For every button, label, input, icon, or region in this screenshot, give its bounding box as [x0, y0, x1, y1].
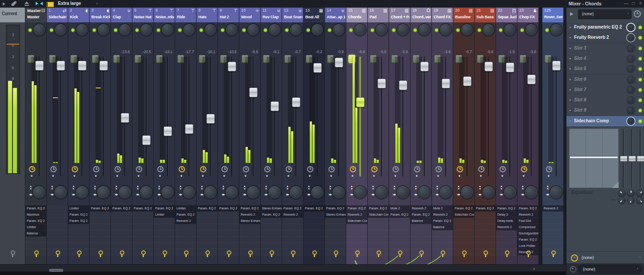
eq-knob[interactable] [628, 197, 634, 204]
plugin-slot[interactable] [25, 237, 46, 243]
fader-track[interactable] [381, 57, 382, 176]
pan-knob[interactable] [439, 186, 452, 199]
fader-track[interactable] [103, 57, 104, 176]
pan-knob[interactable] [525, 186, 537, 199]
audio-input-plug-icon[interactable] [226, 250, 231, 257]
mixer-strip-clap[interactable]: 4⊎Clap-13.8▴▾◂▸Param. EQ 2▴▲ [111, 8, 132, 264]
plugin-slot[interactable]: Param. EQ 2 [389, 212, 410, 218]
channel-knob[interactable] [162, 24, 173, 36]
plugin-slot[interactable] [197, 218, 217, 224]
plugin-slot[interactable] [389, 237, 410, 243]
channel-knob[interactable] [76, 24, 88, 36]
volume-fader-handle[interactable] [313, 63, 322, 73]
pan-knob[interactable] [183, 186, 195, 199]
plugin-slot[interactable]: Reeverb 2 [239, 212, 260, 218]
plugin-slot[interactable]: Param. EQ 2 [111, 205, 132, 212]
plugin-slot[interactable]: Reeverb 2 [346, 212, 367, 218]
slot-enable-led-icon[interactable] [639, 26, 642, 29]
stereo-separation-icon[interactable]: ▴▾ [413, 185, 418, 190]
stereo-separation-icon[interactable]: ▴▾ [392, 185, 397, 190]
plugin-slot[interactable] [218, 224, 239, 230]
plugin-slot[interactable]: Mute 2 [432, 205, 453, 212]
strip-header[interactable]: 16▥Pad [368, 8, 389, 22]
plugin-slot[interactable] [47, 224, 68, 230]
record-clock-icon[interactable] [157, 166, 164, 172]
plugin-slot[interactable]: Compressor [517, 224, 538, 230]
output-dropdown[interactable]: (none) › [578, 265, 642, 274]
plugin-slot[interactable]: Param. EQ 2 [304, 205, 324, 212]
plugin-slot[interactable]: Delay 3 [496, 212, 517, 218]
plugin-slot[interactable]: Stereo Enhancer [325, 212, 346, 218]
stereo-separation-icon[interactable]: ▴▾ [242, 185, 247, 190]
plugin-slot[interactable] [175, 224, 196, 230]
plugin-slot[interactable] [304, 212, 324, 218]
audio-input-plug-icon[interactable] [119, 250, 124, 257]
plugin-slot[interactable] [47, 237, 68, 243]
audio-input-plug-icon[interactable] [461, 250, 467, 257]
plugin-slot[interactable] [475, 224, 496, 230]
mixer-strip-chord-fx[interactable]: 19▥Chord FX-3.6▴▾◂▸Mute 2Reeverb 2Param.… [432, 8, 453, 264]
effect-slot-fruity-reeverb-2[interactable]: ▸Fruity Reeverb 2 [566, 33, 644, 43]
effect-slot-sidechain-comp[interactable]: ▸Sidechain Comp [566, 116, 644, 127]
plugin-slot[interactable]: Reeverb 2 [496, 224, 517, 230]
channel-knob[interactable] [440, 24, 451, 36]
slot-mix-knob[interactable] [627, 96, 635, 104]
plugin-slot[interactable]: Param. EQ 2 [282, 205, 303, 212]
color-swatch-icon[interactable] [46, 2, 54, 7]
pan-knob[interactable] [204, 186, 217, 199]
effect-slot-slot-6[interactable]: ▸Slot 6 [566, 75, 644, 85]
plugin-slot[interactable] [410, 243, 431, 249]
plugin-slot[interactable] [542, 243, 563, 249]
fader-track[interactable] [274, 57, 275, 176]
slot-mix-knob[interactable] [627, 107, 635, 114]
size-chevron-icon[interactable]: › [96, 1, 98, 6]
volume-fader-handle[interactable] [356, 97, 365, 107]
channel-knob[interactable] [33, 24, 45, 36]
plugin-slot[interactable] [261, 218, 282, 224]
stereo-separation-icon[interactable]: ▴▾ [49, 185, 55, 190]
record-clock-icon[interactable] [521, 166, 527, 172]
plugin-slot[interactable] [132, 230, 153, 237]
mixer-strip-kick[interactable]: 2◖Kick▴▾◂▸LimiterParam. EQ 2Param. EQ 2▴… [68, 8, 89, 264]
plugin-slot[interactable] [175, 230, 196, 237]
plugin-slot[interactable]: Love Philter [517, 243, 538, 249]
strip-header[interactable]: 1⇄Sidechain [47, 8, 68, 22]
slot-mix-knob[interactable] [627, 24, 635, 31]
fader-track[interactable] [295, 57, 296, 176]
fader-track[interactable] [39, 57, 40, 176]
plugin-slot[interactable] [453, 243, 474, 249]
plugin-slot[interactable] [111, 212, 132, 218]
plugin-slot[interactable] [261, 237, 282, 243]
pan-knob[interactable] [76, 186, 88, 199]
slot-mix-knob[interactable] [627, 55, 635, 62]
plugin-slot[interactable] [90, 237, 111, 243]
plugin-slot[interactable] [410, 237, 431, 243]
input-source-dropdown[interactable]: (none) › [578, 9, 632, 19]
plugin-slot[interactable]: Fast Dist [517, 218, 538, 224]
pan-knob[interactable] [247, 186, 259, 199]
effect-slot-slot-5[interactable]: ▸Slot 5 [566, 64, 644, 75]
fader-track[interactable] [189, 57, 189, 176]
eq-knob[interactable] [636, 190, 643, 196]
channel-knob[interactable] [461, 24, 473, 36]
plugin-slot[interactable] [218, 243, 239, 249]
pan-knob[interactable] [33, 186, 45, 199]
plugin-slot[interactable] [197, 243, 217, 249]
plugin-slot[interactable] [368, 237, 389, 243]
plugin-slot[interactable] [325, 230, 346, 237]
stereo-separation-icon[interactable]: ▴▾ [135, 185, 140, 190]
mixer-strip-squar-luck[interactable]: 22∏Squar..luck-1.5▴▾◂▸Param. EQ 2Delay 3… [496, 8, 517, 264]
volume-fader-handle[interactable] [164, 126, 172, 136]
audio-input-plug-icon[interactable] [397, 250, 402, 257]
channel-knob[interactable] [119, 24, 131, 36]
audio-input-plug-icon[interactable] [76, 250, 82, 257]
fader-track[interactable] [146, 57, 147, 176]
collapse-icon[interactable] [36, 2, 43, 6]
effect-slot-slot-3[interactable]: ▸Slot 3 [566, 43, 644, 54]
mixer-strip-master[interactable]: Master⊟Master▴▾◂▸Param. EQ 2MaximusParam… [25, 8, 46, 264]
record-clock-icon[interactable] [115, 166, 121, 172]
plugin-slot[interactable] [175, 243, 196, 249]
strip-header[interactable]: 3◖Break Kick [90, 8, 111, 22]
channel-knob[interactable] [376, 24, 387, 36]
slot-enable-led-icon[interactable] [639, 109, 642, 112]
